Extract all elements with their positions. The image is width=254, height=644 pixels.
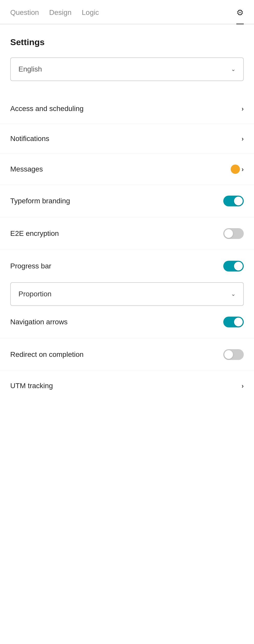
row-access-scheduling[interactable]: Access and scheduling › [0, 94, 254, 124]
toggle-navigation-arrows[interactable] [223, 317, 244, 327]
row-label-access-scheduling: Access and scheduling [10, 105, 83, 113]
row-progress-bar[interactable]: Progress bar [0, 250, 254, 282]
row-label-redirect-on-completion: Redirect on completion [10, 350, 83, 359]
row-label-notifications: Notifications [10, 135, 49, 143]
row-label-utm-tracking: UTM tracking [10, 382, 53, 390]
gear-icon[interactable]: ⚙ [236, 8, 244, 24]
row-label-typeform-branding: Typeform branding [10, 197, 70, 205]
settings-rows: Access and scheduling › Notifications › … [0, 94, 254, 282]
row-navigation-arrows[interactable]: Navigation arrows [0, 306, 254, 338]
top-nav: Question Design Logic ⚙ [0, 0, 254, 24]
messages-badge-dot [231, 165, 240, 174]
toggle-knob-e2e-encryption [224, 229, 233, 238]
proportion-chevron-icon: ⌄ [231, 291, 236, 297]
row-utm-tracking[interactable]: UTM tracking › [0, 371, 254, 401]
chevron-right-icon-messages: › [241, 165, 244, 173]
row-notifications[interactable]: Notifications › [0, 124, 254, 154]
toggle-knob-navigation-arrows [234, 318, 243, 326]
toggle-knob-progress-bar [234, 262, 243, 270]
toggle-progress-bar[interactable] [223, 261, 244, 271]
language-chevron-icon: ⌄ [231, 66, 236, 73]
chevron-right-icon-utm: › [241, 382, 244, 390]
tab-design[interactable]: Design [49, 8, 71, 24]
toggle-e2e-encryption[interactable] [223, 228, 244, 239]
row-label-progress-bar: Progress bar [10, 262, 51, 270]
row-messages[interactable]: Messages › [0, 154, 254, 185]
tab-logic[interactable]: Logic [82, 8, 99, 24]
chevron-right-icon-access: › [241, 105, 244, 113]
row-label-e2e-encryption: E2E encryption [10, 229, 59, 238]
language-dropdown[interactable]: English ⌄ [10, 57, 244, 81]
settings-title: Settings [0, 24, 254, 57]
messages-right: › [231, 165, 244, 174]
row-redirect-on-completion[interactable]: Redirect on completion [0, 338, 254, 371]
chevron-right-icon-notifications: › [241, 135, 244, 143]
tab-question[interactable]: Question [10, 8, 39, 24]
toggle-knob-typeform-branding [234, 197, 243, 205]
proportion-dropdown[interactable]: Proportion ⌄ [10, 282, 244, 306]
row-typeform-branding[interactable]: Typeform branding [0, 185, 254, 217]
row-label-messages: Messages [10, 165, 43, 173]
toggle-knob-redirect-on-completion [224, 350, 233, 359]
settings-rows-2: Navigation arrows Redirect on completion… [0, 306, 254, 401]
proportion-select-label: Proportion [18, 290, 51, 298]
row-e2e-encryption[interactable]: E2E encryption [0, 217, 254, 250]
toggle-redirect-on-completion[interactable] [223, 349, 244, 360]
language-select-label: English [18, 65, 42, 73]
row-label-navigation-arrows: Navigation arrows [10, 318, 68, 326]
toggle-typeform-branding[interactable] [223, 196, 244, 206]
